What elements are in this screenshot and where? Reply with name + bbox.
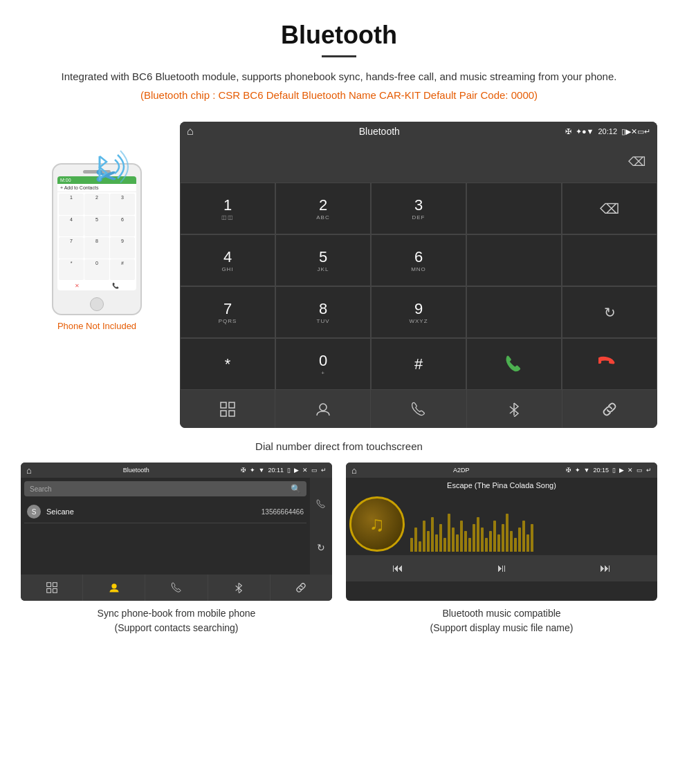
back-icon[interactable]: ↵	[644, 127, 650, 136]
key-3[interactable]: 3DEF	[371, 183, 466, 234]
phonebook-caption-line1: Sync phone-book from mobile phone	[98, 608, 256, 619]
bluetooth-status-icon: ✦	[576, 127, 582, 136]
pb-phone-icon[interactable]	[316, 499, 326, 511]
visualizer-bar	[435, 534, 438, 552]
visualizer-bar	[531, 524, 533, 552]
svg-rect-5	[229, 411, 235, 416]
phone-key-1[interactable]: 1	[59, 194, 84, 215]
phone-key-hash[interactable]: #	[110, 259, 135, 281]
play-pause-button[interactable]: ⏯	[496, 562, 507, 575]
nav-bluetooth[interactable]	[467, 390, 562, 428]
music-caption-line2: (Support display music file name)	[430, 622, 574, 633]
album-art: ♫	[349, 496, 405, 552]
contact-row[interactable]: S Seicane 13566664466	[24, 501, 306, 523]
call-button[interactable]	[466, 338, 562, 390]
key-hash[interactable]: #	[371, 338, 466, 390]
pb-bottom-nav	[21, 575, 332, 601]
music-camera-icon[interactable]: ▯	[612, 467, 616, 474]
contact-number: 13566664466	[262, 508, 304, 516]
phone-key-5[interactable]: 5	[84, 216, 109, 237]
backspace-cell[interactable]: ⌫	[562, 183, 657, 234]
nav-contacts[interactable]	[275, 390, 371, 428]
key-4[interactable]: 4GHI	[180, 234, 275, 286]
next-button[interactable]: ⏭	[600, 562, 611, 575]
visualizer-bar	[423, 521, 425, 552]
phone-key-4[interactable]: 4	[59, 216, 84, 237]
svg-rect-10	[46, 583, 51, 587]
key-1[interactable]: 1◫◫	[180, 183, 275, 234]
music-close-icon[interactable]: ✕	[627, 467, 633, 474]
music-back-icon[interactable]: ↵	[646, 467, 652, 474]
phone-key-9[interactable]: 9	[110, 237, 135, 259]
description: Integrated with BC6 Bluetooth module, su…	[28, 68, 650, 85]
pb-home-icon[interactable]: ⌂	[26, 465, 32, 476]
volume-icon[interactable]: ▶	[625, 127, 631, 136]
nav-link[interactable]	[562, 390, 657, 428]
music-window-icon[interactable]: ▭	[636, 467, 643, 474]
phone-key-star[interactable]: *	[59, 259, 84, 281]
key-6[interactable]: 6MNO	[371, 234, 466, 286]
close-icon[interactable]: ✕	[631, 127, 637, 136]
visualizer-bar	[502, 524, 504, 552]
music-title: A2DP	[360, 467, 562, 474]
music-caption-line1: Bluetooth music compatible	[442, 608, 560, 619]
pb-nav-link[interactable]	[271, 575, 332, 601]
backspace-button[interactable]: ⌫	[624, 151, 649, 172]
pb-side-panel: ↻	[310, 478, 332, 575]
phone-area: ✂ M:00 + Add to Contacts 1 2 3	[21, 122, 173, 331]
pb-close-icon[interactable]: ✕	[302, 467, 308, 474]
key-8[interactable]: 8TUV	[275, 286, 371, 338]
nav-phone[interactable]	[371, 390, 466, 428]
phone-key-8[interactable]: 8	[84, 237, 109, 259]
phone-not-included-label: Phone Not Included	[57, 321, 136, 331]
visualizer-bar	[419, 541, 421, 552]
visualizer-bar	[518, 528, 521, 552]
pb-refresh-icon[interactable]: ↻	[317, 542, 325, 553]
page-title: Bluetooth	[28, 21, 650, 50]
specs: (Bluetooth chip : CSR BC6 Default Blueto…	[28, 89, 650, 101]
key-9[interactable]: 9WXYZ	[371, 286, 466, 338]
keypad-empty-2	[466, 234, 562, 286]
search-bar[interactable]: Search 🔍	[24, 481, 306, 496]
window-icon[interactable]: ▭	[637, 127, 644, 136]
phone-home-button[interactable]	[90, 297, 104, 311]
home-icon[interactable]: ⌂	[187, 125, 194, 138]
end-call-button[interactable]	[562, 338, 657, 390]
music-item: ⌂ A2DP ✠ ✦ ▼ 20:15 ▯ ▶ ✕ ▭ ↵ Escape (The…	[346, 463, 657, 638]
pb-nav-bluetooth[interactable]	[208, 575, 271, 601]
pb-back-icon[interactable]: ↵	[321, 467, 327, 474]
pb-nav-phone[interactable]	[145, 575, 208, 601]
search-icon: 🔍	[291, 484, 301, 494]
prev-button[interactable]: ⏮	[392, 562, 403, 575]
visualizer-bar	[489, 531, 492, 552]
nav-grid[interactable]	[180, 390, 275, 428]
music-volume-icon[interactable]: ▶	[619, 467, 624, 474]
phone-keypad: 1 2 3 4 5 6 7 8 9 * 0 #	[57, 192, 136, 281]
person-icon	[315, 402, 331, 417]
dial-screen: ⌂ Bluetooth ✠ ✦ ● ▼ 20:12 ▯ ▶ ✕ ▭ ↵ ⌫ 1◫…	[180, 122, 657, 428]
svg-line-16	[236, 586, 239, 588]
phone-key-6[interactable]: 6	[110, 216, 135, 237]
music-home-icon[interactable]: ⌂	[351, 465, 357, 476]
location-icon: ●	[582, 127, 587, 136]
pb-nav-grid[interactable]	[21, 575, 83, 601]
key-7[interactable]: 7PQRS	[180, 286, 275, 338]
pb-camera-icon[interactable]: ▯	[287, 467, 291, 474]
pb-volume-icon[interactable]: ▶	[294, 467, 299, 474]
pb-bt-icon: ✦	[250, 467, 255, 474]
key-5[interactable]: 5JKL	[275, 234, 371, 286]
pb-window-icon[interactable]: ▭	[311, 467, 318, 474]
visualizer-bar	[448, 514, 450, 552]
svg-rect-13	[53, 588, 57, 592]
key-star[interactable]: *	[180, 338, 275, 390]
key-0[interactable]: 0+	[275, 338, 371, 390]
music-screen: ⌂ A2DP ✠ ✦ ▼ 20:15 ▯ ▶ ✕ ▭ ↵ Escape (The…	[346, 463, 657, 601]
key-2[interactable]: 2ABC	[275, 183, 371, 234]
bottom-navigation	[180, 390, 657, 428]
phone-key-0[interactable]: 0	[84, 259, 109, 281]
visualizer-bar	[468, 538, 471, 552]
phone-key-7[interactable]: 7	[59, 237, 84, 259]
refresh-button[interactable]: ↻	[562, 286, 657, 338]
visualizer-bar	[431, 517, 434, 552]
pb-nav-contacts[interactable]	[83, 575, 145, 601]
